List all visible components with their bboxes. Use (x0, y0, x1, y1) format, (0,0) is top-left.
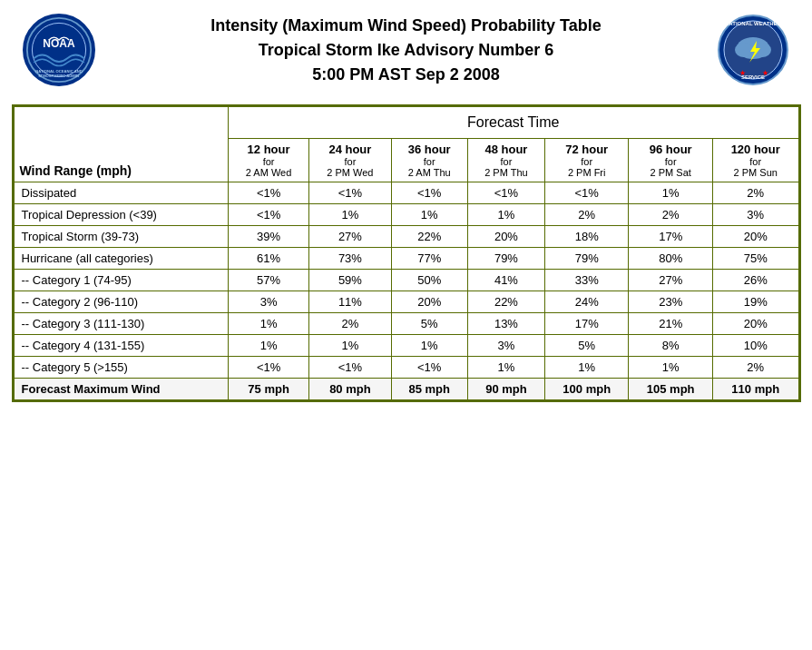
cell-4-3: 41% (467, 270, 544, 291)
cell-7-2: 1% (391, 335, 467, 357)
cell-5-2: 20% (391, 291, 467, 313)
row-label-8: -- Category 5 (>155) (14, 357, 228, 379)
cell-6-6: 20% (712, 313, 798, 335)
cell-8-6: 2% (712, 357, 798, 379)
svg-point-8 (735, 43, 753, 57)
cell-6-4: 17% (544, 313, 628, 335)
row-label-9: Forecast Maximum Wind (14, 379, 228, 400)
cell-1-4: 2% (544, 204, 628, 226)
cell-7-4: 5% (544, 335, 628, 357)
table-row: Tropical Storm (39-73)39%27%22%20%18%17%… (14, 226, 798, 248)
cell-3-5: 80% (629, 248, 712, 270)
cell-4-5: 27% (629, 270, 712, 291)
cell-6-1: 2% (309, 313, 391, 335)
row-label-3: Hurricane (all categories) (14, 248, 228, 270)
cell-8-3: 1% (467, 357, 544, 379)
cell-0-4: <1% (544, 182, 628, 204)
col-header-2: 36 hourfor2 AM Thu (391, 139, 467, 182)
noaa-logo: NOAA NATIONAL OCEANIC AND ATMOSPHERIC AD… (18, 9, 100, 91)
col-header-0: 12 hourfor2 AM Wed (228, 139, 308, 182)
cell-8-5: 1% (629, 357, 712, 379)
col-header-6: 120 hourfor2 PM Sun (712, 139, 798, 182)
probability-table: Wind Range (mph) Forecast Time 12 hourfo… (14, 106, 799, 400)
cell-0-5: 1% (629, 182, 712, 204)
svg-text:ATMOSPHERIC ADMIN.: ATMOSPHERIC ADMIN. (38, 74, 80, 78)
cell-2-2: 22% (391, 226, 467, 248)
title-line3: 5:00 PM AST Sep 2 2008 (312, 65, 499, 84)
row-label-6: -- Category 3 (111-130) (14, 313, 228, 335)
cell-1-1: 1% (309, 204, 391, 226)
title-line2: Tropical Storm Ike Advisory Number 6 (259, 41, 553, 59)
table-row: Hurricane (all categories)61%73%77%79%79… (14, 248, 798, 270)
cell-8-2: <1% (391, 357, 467, 379)
cell-5-4: 24% (544, 291, 628, 313)
forecast-time-header: Forecast Time (228, 107, 798, 139)
cell-1-6: 3% (712, 204, 798, 226)
cell-2-3: 20% (467, 226, 544, 248)
svg-text:★: ★ (762, 69, 768, 77)
cell-7-1: 1% (309, 335, 391, 357)
svg-text:NATIONAL WEATHER: NATIONAL WEATHER (725, 21, 782, 26)
cell-4-0: 57% (228, 270, 308, 291)
cell-2-4: 18% (544, 226, 628, 248)
table-row: -- Category 4 (131-155)1%1%1%3%5%8%10% (14, 335, 798, 357)
cell-9-5: 105 mph (629, 379, 712, 400)
cell-6-0: 1% (228, 313, 308, 335)
cell-3-6: 75% (712, 248, 798, 270)
col-header-1: 24 hourfor2 PM Wed (309, 139, 391, 182)
probability-table-wrapper: Wind Range (mph) Forecast Time 12 hourfo… (12, 104, 801, 402)
cell-7-0: 1% (228, 335, 308, 357)
cell-5-6: 19% (712, 291, 798, 313)
cell-8-0: <1% (228, 357, 308, 379)
cell-0-3: <1% (467, 182, 544, 204)
cell-5-1: 11% (309, 291, 391, 313)
col-header-5: 96 hourfor2 PM Sat (629, 139, 712, 182)
row-label-5: -- Category 2 (96-110) (14, 291, 228, 313)
cell-5-0: 3% (228, 291, 308, 313)
cell-0-1: <1% (309, 182, 391, 204)
table-row: Forecast Maximum Wind75 mph80 mph85 mph9… (14, 379, 798, 400)
table-row: -- Category 1 (74-95)57%59%50%41%33%27%2… (14, 270, 798, 291)
cell-3-4: 79% (544, 248, 628, 270)
row-label-4: -- Category 1 (74-95) (14, 270, 228, 291)
cell-4-1: 59% (309, 270, 391, 291)
page-header: NOAA NATIONAL OCEANIC AND ATMOSPHERIC AD… (0, 0, 812, 100)
cell-1-2: 1% (391, 204, 467, 226)
table-row: Dissipated<1%<1%<1%<1%<1%1%2% (14, 182, 798, 204)
cell-5-5: 23% (629, 291, 712, 313)
row-label-0: Dissipated (14, 182, 228, 204)
title-line1: Intensity (Maximum Wind Speed) Probabili… (210, 16, 602, 34)
nws-logo: NATIONAL WEATHER SERVICE ★ ★ (712, 9, 794, 91)
cell-9-6: 110 mph (712, 379, 798, 400)
cell-2-5: 17% (629, 226, 712, 248)
row-label-1: Tropical Depression (<39) (14, 204, 228, 226)
cell-2-6: 20% (712, 226, 798, 248)
cell-9-2: 85 mph (391, 379, 467, 400)
cell-4-6: 26% (712, 270, 798, 291)
cell-7-6: 10% (712, 335, 798, 357)
table-row: -- Category 2 (96-110)3%11%20%22%24%23%1… (14, 291, 798, 313)
cell-3-2: 77% (391, 248, 467, 270)
cell-3-1: 73% (309, 248, 391, 270)
wind-range-header: Wind Range (mph) (14, 107, 228, 182)
cell-9-0: 75 mph (228, 379, 308, 400)
cell-1-3: 1% (467, 204, 544, 226)
cell-6-3: 13% (467, 313, 544, 335)
svg-text:★: ★ (739, 69, 746, 77)
table-body: Dissipated<1%<1%<1%<1%<1%1%2%Tropical De… (14, 182, 798, 400)
table-row: -- Category 3 (111-130)1%2%5%13%17%21%20… (14, 313, 798, 335)
cell-8-4: 1% (544, 357, 628, 379)
cell-2-1: 27% (309, 226, 391, 248)
page-title: Intensity (Maximum Wind Speed) Probabili… (100, 14, 712, 87)
cell-8-1: <1% (309, 357, 391, 379)
cell-7-5: 8% (629, 335, 712, 357)
col-header-4: 72 hourfor2 PM Fri (544, 139, 628, 182)
col-header-3: 48 hourfor2 PM Thu (467, 139, 544, 182)
table-row: Tropical Depression (<39)<1%1%1%1%2%2%3% (14, 204, 798, 226)
cell-7-3: 3% (467, 335, 544, 357)
cell-6-5: 21% (629, 313, 712, 335)
cell-2-0: 39% (228, 226, 308, 248)
table-row: -- Category 5 (>155)<1%<1%<1%1%1%1%2% (14, 357, 798, 379)
cell-1-5: 2% (629, 204, 712, 226)
cell-5-3: 22% (467, 291, 544, 313)
